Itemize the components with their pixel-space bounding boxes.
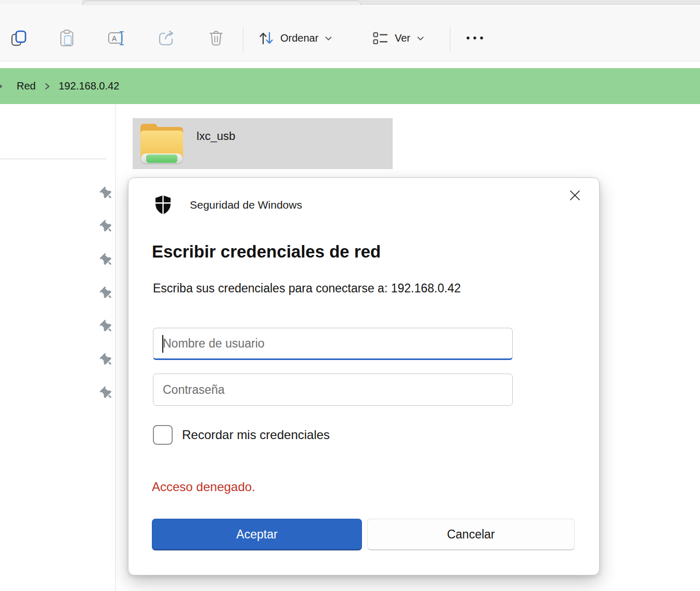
tab-bar: [0, 0, 700, 5]
text-caret: [162, 335, 163, 353]
active-tab-edge: [0, 0, 82, 5]
pin-icon[interactable]: [99, 385, 114, 402]
chevron-right-icon: [0, 82, 4, 91]
more-options-button[interactable]: [461, 24, 489, 52]
pin-icon[interactable]: [99, 352, 114, 368]
explorer-tab[interactable]: [82, 1, 361, 5]
sort-icon: [258, 30, 274, 46]
toolbar-separator: [450, 26, 450, 52]
svg-text:A: A: [112, 34, 117, 42]
close-icon: [568, 188, 582, 202]
credentials-dialog: Seguridad de Windows Escribir credencial…: [128, 177, 600, 575]
pane-divider: [115, 104, 116, 591]
pin-icon[interactable]: [99, 185, 114, 202]
sort-button[interactable]: Ordenar: [258, 24, 332, 52]
remember-label[interactable]: Recordar mis credenciales: [182, 428, 330, 442]
breadcrumb-location[interactable]: 192.168.0.42: [56, 78, 123, 94]
pin-icon[interactable]: [99, 219, 114, 235]
address-bar: Red 192.168.0.42: [0, 68, 700, 104]
dialog-app-title: Seguridad de Windows: [190, 199, 302, 211]
delete-icon: [209, 30, 224, 47]
pin-icon[interactable]: [99, 252, 114, 268]
sidebar-divider: [0, 159, 107, 159]
error-message: Acceso denegado.: [152, 480, 255, 494]
toolbar: A: [0, 5, 700, 61]
view-icon: [372, 31, 388, 45]
password-field-wrapper: [153, 374, 513, 406]
copy-button[interactable]: [5, 24, 33, 52]
remember-credentials-row: Recordar mis credenciales: [153, 425, 330, 445]
dialog-title: Escribir credenciales de red: [152, 242, 381, 262]
dialog-header: Seguridad de Windows: [154, 195, 302, 215]
copy-icon: [10, 30, 28, 47]
more-options-icon: [465, 35, 484, 41]
usb-folder-icon: [140, 124, 183, 163]
share-button[interactable]: [152, 24, 180, 52]
breadcrumb-root[interactable]: Red: [14, 78, 39, 94]
folder-item-lxc-usb[interactable]: lxc_usb: [133, 118, 393, 169]
rename-button[interactable]: A: [102, 24, 131, 52]
delete-button[interactable]: [202, 24, 230, 52]
chevron-down-icon: [325, 35, 332, 41]
username-field-wrapper: [153, 328, 513, 360]
chevron-down-icon: [417, 35, 424, 41]
pin-icon[interactable]: [99, 318, 114, 335]
dialog-subtitle: Escriba sus credenciales para conectarse…: [153, 281, 461, 295]
paste-button[interactable]: [53, 24, 81, 52]
share-icon: [158, 30, 175, 46]
view-label: Ver: [395, 32, 410, 44]
rename-icon: A: [108, 30, 126, 46]
folder-name: lxc_usb: [197, 130, 236, 143]
pinned-items: [99, 185, 114, 418]
remember-checkbox[interactable]: [153, 425, 173, 445]
view-button[interactable]: Ver: [372, 24, 424, 52]
chevron-right-icon: [43, 82, 51, 91]
paste-icon: [59, 29, 75, 47]
file-explorer-window: A: [0, 0, 700, 591]
accept-button[interactable]: Aceptar: [152, 519, 362, 550]
toolbar-separator: [243, 26, 243, 52]
password-input[interactable]: [153, 374, 513, 406]
sort-label: Ordenar: [280, 32, 318, 44]
username-input[interactable]: [153, 328, 513, 360]
cancel-button[interactable]: Cancelar: [367, 519, 575, 550]
close-button[interactable]: [565, 185, 585, 205]
pin-icon[interactable]: [99, 285, 114, 302]
windows-security-shield-icon: [154, 195, 172, 215]
